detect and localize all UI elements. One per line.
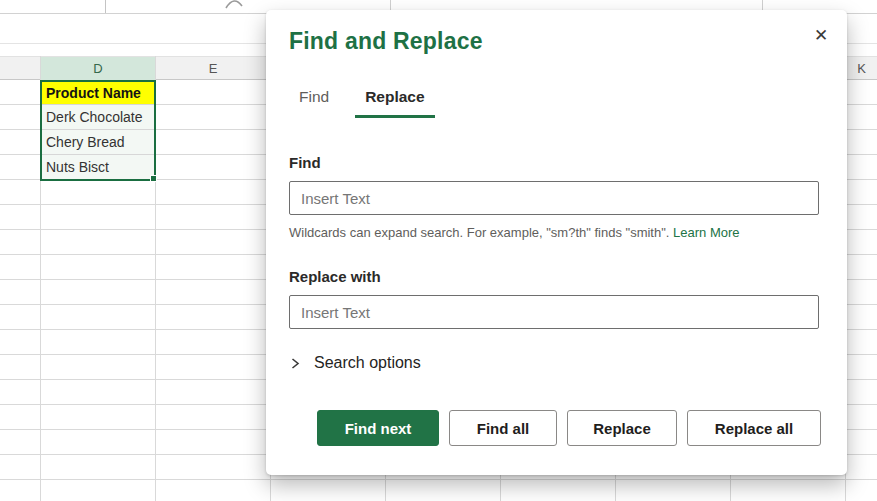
dialog-buttons: Find next Find all Replace Replace all — [317, 410, 821, 446]
column-header-d[interactable]: D — [41, 57, 155, 80]
find-input[interactable] — [289, 181, 819, 215]
chevron-right-icon — [289, 357, 301, 370]
ribbon-separator — [390, 0, 391, 10]
tab-find[interactable]: Find — [289, 86, 339, 118]
ribbon-separator — [762, 0, 763, 10]
learn-more-link[interactable]: Learn More — [673, 225, 739, 240]
excel-window: D E K Product Name Derk Chocolate Chery … — [0, 0, 877, 501]
ribbon-partial-icon — [224, 0, 244, 9]
dialog-tabs: Find Replace — [289, 86, 435, 118]
dialog-title: Find and Replace — [289, 28, 483, 55]
replace-with-input[interactable] — [289, 295, 819, 329]
selection-border — [40, 80, 156, 181]
replace-with-label: Replace with — [289, 268, 381, 285]
find-next-button[interactable]: Find next — [317, 410, 439, 446]
column-header-k[interactable]: K — [846, 57, 877, 80]
find-replace-dialog: Find and Replace ✕ Find Replace Find Wil… — [266, 10, 847, 475]
fill-handle[interactable] — [150, 175, 157, 182]
replace-button[interactable]: Replace — [567, 410, 677, 446]
close-icon[interactable]: ✕ — [809, 24, 833, 48]
tab-replace[interactable]: Replace — [355, 86, 434, 118]
wildcard-hint: Wildcards can expand search. For example… — [289, 225, 740, 240]
hint-text: Wildcards can expand search. For example… — [289, 225, 673, 240]
column-header-e[interactable]: E — [156, 57, 270, 80]
find-label: Find — [289, 154, 321, 171]
search-options-expander[interactable]: Search options — [289, 354, 421, 372]
replace-all-button[interactable]: Replace all — [687, 410, 821, 446]
find-all-button[interactable]: Find all — [449, 410, 557, 446]
name-box-divider — [105, 0, 106, 13]
search-options-label: Search options — [314, 354, 421, 372]
